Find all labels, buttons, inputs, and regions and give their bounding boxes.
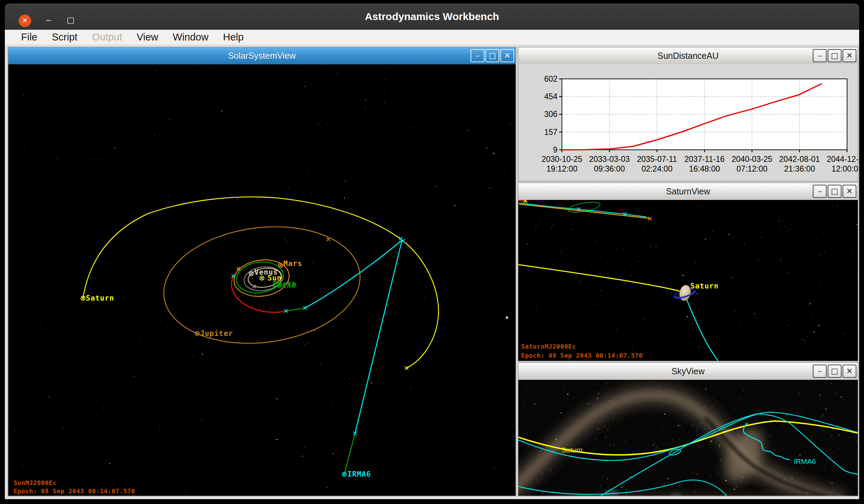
svg-text:02:24:00: 02:24:00 <box>642 164 673 173</box>
close-icon[interactable]: ✕ <box>843 185 856 198</box>
sun-distance-chart[interactable]: 91573064546022030-10-2519:12:002033-03-0… <box>518 64 858 181</box>
window-sky-view: SkyView – □ ✕ <box>518 362 858 496</box>
sun-distance-title: SunDistanceAU <box>657 51 718 61</box>
svg-text:16:48:00: 16:48:00 <box>689 164 720 173</box>
svg-text:9: 9 <box>553 145 557 154</box>
saturn-view-title: SaturnView <box>666 186 710 196</box>
svg-text:157: 157 <box>544 128 557 137</box>
maximize-icon[interactable]: □ <box>828 365 842 378</box>
svg-text:2042-08-01: 2042-08-01 <box>779 155 820 164</box>
label-earth: Earth <box>273 280 297 288</box>
menu-file[interactable]: File <box>14 31 45 43</box>
coordinate-system-label: SaturnMJ2000Ec <box>521 343 576 350</box>
bright-star <box>506 317 508 319</box>
menu-output: Output <box>85 31 129 43</box>
minimize-icon[interactable]: – <box>813 365 827 378</box>
window-sun-distance: SunDistanceAU – □ ✕ 91573064546022030-10… <box>518 47 858 182</box>
sky-view-title: SkyView <box>672 366 704 376</box>
svg-text:602: 602 <box>544 74 557 83</box>
minimize-icon[interactable]: – <box>42 15 55 27</box>
solar-system-titlebar[interactable]: SolarSystemView – □ ✕ <box>8 47 516 64</box>
label-saturn: Saturn <box>86 294 114 302</box>
saturn-view-canvas[interactable]: Saturn SaturnMJ2000Ec Epoch: 08 Sep 2043… <box>518 200 858 361</box>
svg-text:2037-11-16: 2037-11-16 <box>684 155 725 164</box>
svg-text:454: 454 <box>544 92 558 101</box>
svg-text:2044-12-08: 2044-12-08 <box>827 155 858 164</box>
saturn-view-titlebar[interactable]: SaturnView – □ ✕ <box>518 183 858 200</box>
close-icon[interactable]: ✕ <box>19 15 31 27</box>
label-jupiter: Jupiter <box>200 329 233 338</box>
minimize-icon[interactable]: – <box>813 185 827 198</box>
svg-text:07:12:00: 07:12:00 <box>737 164 768 173</box>
maximize-icon[interactable]: □ <box>828 49 842 62</box>
svg-text:306: 306 <box>544 110 557 119</box>
svg-text:2040-03-25: 2040-03-25 <box>732 155 773 164</box>
svg-text:2035-07-11: 2035-07-11 <box>637 155 677 164</box>
svg-text:19:12:00: 19:12:00 <box>546 164 577 173</box>
menu-help[interactable]: Help <box>216 31 251 43</box>
svg-text:2030-10-25: 2030-10-25 <box>542 155 582 164</box>
window-solar-system-view: SolarSystemView – □ ✕ <box>8 47 516 496</box>
sun-distance-titlebar[interactable]: SunDistanceAU – □ ✕ <box>518 47 858 65</box>
label-mars: Mars <box>283 259 302 268</box>
menu-view[interactable]: View <box>129 31 165 43</box>
epoch-label: Epoch: 08 Sep 2043 00:14:07.570 <box>521 352 643 359</box>
sky-view-canvas[interactable]: Saturn IRMA6 <box>518 380 858 496</box>
coordinate-system-label: SunMJ2000Ec <box>13 479 57 486</box>
solar-system-canvas[interactable]: Saturn Jupiter Mars Venus Sun Luna Earth… <box>8 64 516 496</box>
menu-window[interactable]: Window <box>165 31 216 43</box>
svg-text:12:00:00: 12:00:00 <box>831 164 858 173</box>
close-icon[interactable]: ✕ <box>843 49 856 62</box>
window-saturn-view: SaturnView – □ ✕ <box>518 182 858 361</box>
close-icon[interactable]: ✕ <box>500 49 514 62</box>
minimize-icon[interactable]: – <box>471 49 484 62</box>
maximize-icon[interactable]: ▢ <box>64 14 77 26</box>
label-irma6: IRMA6 <box>347 470 371 478</box>
sky-view-titlebar[interactable]: SkyView – □ ✕ <box>518 363 858 380</box>
solar-system-title: SolarSystemView <box>228 51 295 61</box>
app-titlebar[interactable]: ✕ – ▢ Astrodynamics Workbench <box>5 3 859 30</box>
menu-script[interactable]: Script <box>45 31 85 43</box>
menubar: File Script Output View Window Help <box>5 30 859 45</box>
app-title: Astrodynamics Workbench <box>5 3 859 30</box>
epoch-label: Epoch: 08 Sep 2043 00:14:07.570 <box>13 487 135 495</box>
sun-distance-plot-panel[interactable]: 91573064546022030-10-2519:12:002033-03-0… <box>518 64 858 181</box>
svg-text:2033-03-03: 2033-03-03 <box>589 155 630 164</box>
label-saturn: Saturn <box>561 446 583 454</box>
maximize-icon[interactable]: □ <box>485 49 499 62</box>
label-saturn: Saturn <box>690 282 719 290</box>
label-irma6: IRMA6 <box>794 457 816 465</box>
svg-text:09:36:00: 09:36:00 <box>594 164 625 173</box>
minimize-icon[interactable]: – <box>813 49 827 62</box>
svg-text:21:36:00: 21:36:00 <box>784 164 815 173</box>
maximize-icon[interactable]: □ <box>828 185 842 198</box>
close-icon[interactable]: ✕ <box>843 365 856 378</box>
